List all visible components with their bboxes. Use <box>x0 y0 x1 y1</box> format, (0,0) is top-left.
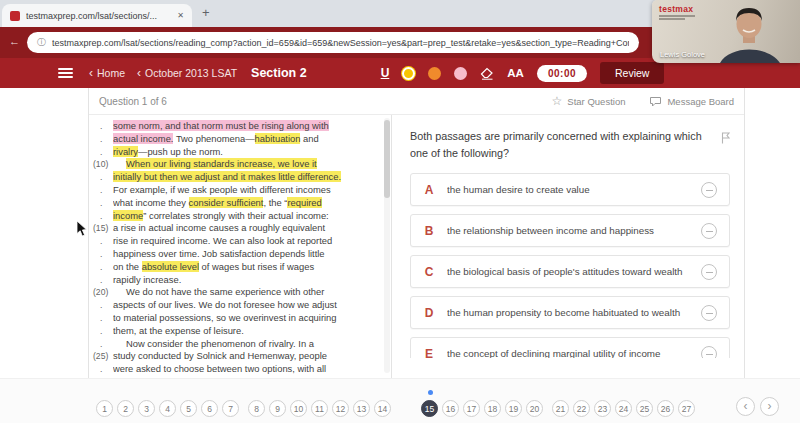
url-field[interactable]: ⓘ testmaxprep.com/lsat/sections/reading_… <box>27 32 639 53</box>
highlighter-pink-button[interactable] <box>454 67 467 80</box>
question-number-18[interactable]: 18 <box>484 400 501 417</box>
message-board-button[interactable]: Message Board <box>649 96 734 107</box>
nav-home[interactable]: ‹ Home <box>89 67 125 79</box>
pagination-prev-button[interactable]: ‹ <box>736 397 755 416</box>
question-number-8[interactable]: 8 <box>248 400 265 417</box>
text-segment: For example, if we ask people with diffe… <box>113 184 331 195</box>
minus-icon <box>706 313 714 314</box>
webcam-name: Lewis Golove <box>660 50 705 59</box>
passage-scrollbar[interactable] <box>384 118 390 373</box>
answer-choice-A[interactable]: Athe human desire to create value <box>410 173 730 206</box>
passage-line[interactable]: .were asked to choose between two option… <box>89 363 391 376</box>
passage-line[interactable]: .to material possessions, so we overinve… <box>89 312 391 325</box>
question-number-5[interactable]: 5 <box>180 400 197 417</box>
line-marker: . <box>89 299 113 312</box>
browser-tab[interactable]: testmaxprep.com/lsat/sections/... ✕ <box>2 4 192 27</box>
passage-line[interactable]: .on the absolute level of wages but rise… <box>89 261 391 274</box>
passage-panel[interactable]: .some norm, and that norm must be rising… <box>89 115 392 378</box>
star-question-label: Star Question <box>567 96 625 107</box>
passage-line[interactable]: (20)We do not have the same experience w… <box>89 286 391 299</box>
passage-line[interactable]: .income” correlates strongly with their … <box>89 210 391 223</box>
page-info-icon[interactable]: ⓘ <box>37 36 46 49</box>
question-number-1[interactable]: 1 <box>96 400 113 417</box>
question-number-16[interactable]: 16 <box>442 400 459 417</box>
testmax-logo-tagline <box>659 15 695 21</box>
line-marker: . <box>89 235 113 248</box>
passage-line[interactable]: .them, at the expense of leisure. <box>89 325 391 338</box>
passage-line[interactable]: .rapidly increase. <box>89 274 391 287</box>
passage-line[interactable]: .actual income. Two phenomena—habituatio… <box>89 133 391 146</box>
answer-choice-D[interactable]: Dthe human propensity to become habituat… <box>410 296 730 329</box>
yellow-highlight: rivalry <box>113 146 138 157</box>
question-number-14[interactable]: 14 <box>374 400 391 417</box>
passage-line[interactable]: .what income they consider sufficient, t… <box>89 197 391 210</box>
answer-choice-E[interactable]: Ethe concept of declining marginal utili… <box>410 337 730 358</box>
answer-choice-C[interactable]: Cthe biological basis of people's attitu… <box>410 255 730 288</box>
passage-line[interactable]: .initially but then we adjust and it mak… <box>89 171 391 184</box>
eliminate-answer-button[interactable] <box>701 346 717 358</box>
passage-line[interactable]: .rivalry—push up the norm. <box>89 146 391 159</box>
question-number-17[interactable]: 17 <box>463 400 480 417</box>
question-number-24[interactable]: 24 <box>615 400 632 417</box>
question-number-19[interactable]: 19 <box>505 400 522 417</box>
passage-line[interactable]: .Now consider the phenomenon of rivalry.… <box>89 338 391 351</box>
highlighter-yellow-button[interactable] <box>402 67 415 80</box>
question-number-23[interactable]: 23 <box>594 400 611 417</box>
question-number-22[interactable]: 22 <box>573 400 590 417</box>
flag-icon[interactable] <box>721 130 730 148</box>
highlighter-orange-button[interactable] <box>428 67 441 80</box>
question-number-6[interactable]: 6 <box>201 400 218 417</box>
question-number-10[interactable]: 10 <box>290 400 307 417</box>
question-number-4[interactable]: 4 <box>159 400 176 417</box>
passage-line[interactable]: .happiness over time. Job satisfaction d… <box>89 248 391 261</box>
question-number-20[interactable]: 20 <box>526 400 543 417</box>
passage-line[interactable]: (10)When our living standards increase, … <box>89 158 391 171</box>
question-number-26[interactable]: 26 <box>657 400 674 417</box>
answer-choice-B[interactable]: Bthe relationship between income and hap… <box>410 214 730 247</box>
nav-test[interactable]: ‹ October 2013 LSAT <box>137 67 237 79</box>
question-number-11[interactable]: 11 <box>311 400 328 417</box>
scrollbar-thumb[interactable] <box>384 120 390 198</box>
passage-line[interactable]: .For example, if we ask people with diff… <box>89 184 391 197</box>
line-marker: (10) <box>89 158 113 171</box>
pagination-next-button[interactable]: › <box>760 397 779 416</box>
question-number-25[interactable]: 25 <box>636 400 653 417</box>
star-question-button[interactable]: ☆ Star Question <box>552 95 626 107</box>
question-number-21[interactable]: 21 <box>552 400 569 417</box>
annotation-toolbar: U AA 00:00 Review <box>381 62 665 84</box>
underline-tool-button[interactable]: U <box>381 66 390 80</box>
new-tab-button[interactable]: + <box>202 5 210 20</box>
eliminate-answer-button[interactable] <box>701 264 717 280</box>
question-number-9[interactable]: 9 <box>269 400 286 417</box>
webcam-overlay: testmax Lewis Golove <box>652 0 800 63</box>
menu-icon[interactable] <box>58 66 73 80</box>
tab-close-icon[interactable]: ✕ <box>177 11 184 20</box>
question-number-3[interactable]: 3 <box>138 400 155 417</box>
font-size-button[interactable]: AA <box>507 67 524 79</box>
line-text: actual income. Two phenomena—habituation… <box>113 133 391 146</box>
passage-line[interactable]: .some norm, and that norm must be rising… <box>89 120 391 133</box>
passage-question-group: 151617181920 <box>421 400 543 417</box>
eliminate-answer-button[interactable] <box>701 305 717 321</box>
question-number-15[interactable]: 15 <box>421 400 438 417</box>
line-text: happiness over time. Job satisfaction de… <box>113 248 391 261</box>
passage-line[interactable]: .rise in required income. We can also lo… <box>89 235 391 248</box>
question-number-27[interactable]: 27 <box>678 400 695 417</box>
question-number-12[interactable]: 12 <box>332 400 349 417</box>
browser-back-icon[interactable]: ← <box>9 35 20 47</box>
question-number-7[interactable]: 7 <box>222 400 239 417</box>
passage-line[interactable]: (15)a rise in actual income causes a rou… <box>89 222 391 235</box>
question-number-13[interactable]: 13 <box>353 400 370 417</box>
question-number-2[interactable]: 2 <box>117 400 134 417</box>
current-question-dot <box>428 390 433 395</box>
eraser-icon[interactable] <box>480 67 494 80</box>
line-marker: . <box>89 274 113 287</box>
eliminate-answer-button[interactable] <box>701 182 717 198</box>
eliminate-answer-button[interactable] <box>701 223 717 239</box>
line-marker: . <box>89 146 113 159</box>
timer[interactable]: 00:00 <box>537 65 587 82</box>
review-button[interactable]: Review <box>600 62 664 84</box>
passage-line[interactable]: (25)study conducted by Solnick and Hemen… <box>89 350 391 363</box>
chevron-left-icon: ‹ <box>89 67 93 79</box>
passage-line[interactable]: .aspects of our lives. We do not foresee… <box>89 299 391 312</box>
